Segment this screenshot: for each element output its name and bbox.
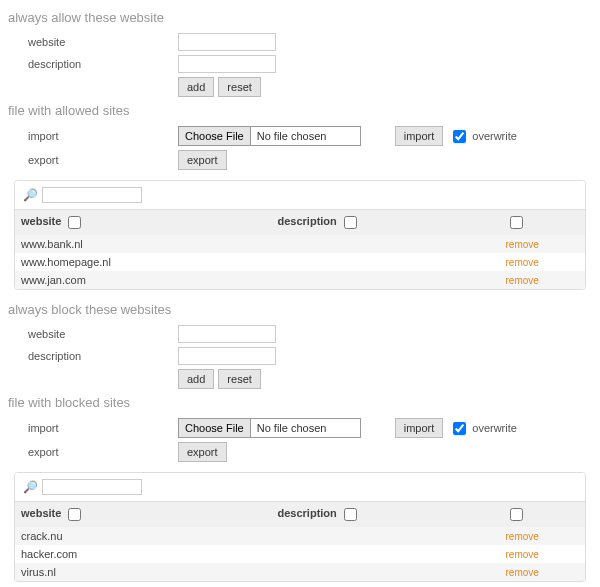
block-table: website description crack.nuremovehacker…	[15, 501, 585, 581]
allow-header-website-checkbox[interactable]	[68, 216, 81, 229]
block-overwrite-checkbox[interactable]	[453, 422, 466, 435]
block-section-title: always block these websites	[8, 302, 592, 317]
cell-description	[272, 563, 500, 581]
block-export-button[interactable]: export	[178, 442, 227, 462]
block-header-select-checkbox[interactable]	[510, 508, 523, 521]
allow-header-website[interactable]: website	[21, 215, 61, 227]
allow-description-label: description	[8, 58, 178, 70]
block-header-description[interactable]: description	[278, 507, 337, 519]
allow-reset-button[interactable]: reset	[218, 77, 260, 97]
block-search-input[interactable]	[42, 479, 142, 495]
allow-section-title: always allow these website	[8, 10, 592, 25]
cell-website: www.homepage.nl	[15, 253, 272, 271]
allow-overwrite-checkbox[interactable]	[453, 130, 466, 143]
table-row: hacker.comremove	[15, 545, 585, 563]
cell-description	[272, 527, 500, 545]
allow-website-input[interactable]	[178, 33, 276, 51]
block-header-website[interactable]: website	[21, 507, 61, 519]
remove-link[interactable]: remove	[506, 531, 539, 542]
remove-link[interactable]: remove	[506, 275, 539, 286]
remove-link[interactable]: remove	[506, 257, 539, 268]
cell-website: www.jan.com	[15, 271, 272, 289]
allow-header-description-checkbox[interactable]	[344, 216, 357, 229]
cell-website: virus.nl	[15, 563, 272, 581]
allow-export-button[interactable]: export	[178, 150, 227, 170]
block-overwrite-label: overwrite	[472, 422, 517, 434]
block-description-input[interactable]	[178, 347, 276, 365]
block-reset-button[interactable]: reset	[218, 369, 260, 389]
allow-header-select-checkbox[interactable]	[510, 216, 523, 229]
block-website-input[interactable]	[178, 325, 276, 343]
allow-table-box: 🔍 website description www.bank.nlremovew…	[14, 180, 586, 290]
allow-description-input[interactable]	[178, 55, 276, 73]
allow-website-label: website	[8, 36, 178, 48]
block-description-label: description	[8, 350, 178, 362]
allow-overwrite-label: overwrite	[472, 130, 517, 142]
block-table-box: 🔍 website description crack.nuremovehack…	[14, 472, 586, 582]
block-header-description-checkbox[interactable]	[344, 508, 357, 521]
remove-link[interactable]: remove	[506, 239, 539, 250]
block-add-button[interactable]: add	[178, 369, 214, 389]
allow-search-input[interactable]	[42, 187, 142, 203]
table-row: crack.nuremove	[15, 527, 585, 545]
remove-link[interactable]: remove	[506, 549, 539, 560]
allow-choose-file-button[interactable]: Choose File	[178, 126, 251, 146]
cell-description	[272, 545, 500, 563]
table-row: www.bank.nlremove	[15, 235, 585, 253]
cell-website: www.bank.nl	[15, 235, 272, 253]
allow-import-label: import	[8, 130, 178, 142]
remove-link[interactable]: remove	[506, 567, 539, 578]
search-icon: 🔍	[23, 480, 38, 494]
block-choose-file-button[interactable]: Choose File	[178, 418, 251, 438]
cell-website: crack.nu	[15, 527, 272, 545]
cell-description	[272, 271, 500, 289]
block-import-button[interactable]: import	[395, 418, 444, 438]
allow-table: website description www.bank.nlremovewww…	[15, 209, 585, 289]
block-export-label: export	[8, 446, 178, 458]
allow-export-label: export	[8, 154, 178, 166]
block-import-label: import	[8, 422, 178, 434]
block-file-title: file with blocked sites	[8, 395, 592, 410]
table-row: www.homepage.nlremove	[15, 253, 585, 271]
allow-file-title: file with allowed sites	[8, 103, 592, 118]
table-row: virus.nlremove	[15, 563, 585, 581]
block-website-label: website	[8, 328, 178, 340]
table-row: www.jan.comremove	[15, 271, 585, 289]
block-header-website-checkbox[interactable]	[68, 508, 81, 521]
cell-description	[272, 235, 500, 253]
allow-add-button[interactable]: add	[178, 77, 214, 97]
block-file-chosen-text: No file chosen	[251, 418, 361, 438]
cell-website: hacker.com	[15, 545, 272, 563]
cell-description	[272, 253, 500, 271]
search-icon: 🔍	[23, 188, 38, 202]
allow-file-chosen-text: No file chosen	[251, 126, 361, 146]
allow-import-button[interactable]: import	[395, 126, 444, 146]
allow-header-description[interactable]: description	[278, 215, 337, 227]
